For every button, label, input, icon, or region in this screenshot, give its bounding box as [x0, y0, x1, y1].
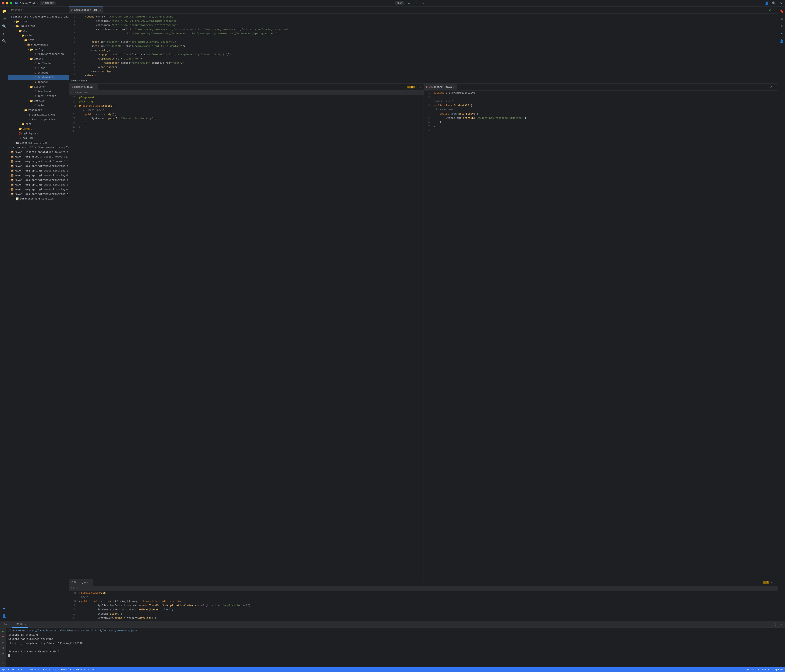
tree-item-spring-aspects[interactable]: ▸ 📦 Maven: org.springframework:spring-as… [8, 168, 69, 173]
xml-tab-close[interactable]: ✕ [100, 9, 101, 11]
right-icon-bookmark[interactable]: 🔖 [779, 8, 785, 14]
main-more-icon[interactable]: ⋮ [774, 581, 776, 584]
run-restart-btn[interactable]: ↺ [1, 640, 5, 644]
status-line-ending[interactable]: LF [757, 669, 759, 671]
run-config-badge[interactable]: Main [395, 2, 404, 5]
editor-more-btn[interactable]: ⋮ [771, 8, 776, 12]
tree-item-listener[interactable]: ▾ 📂 listener [8, 84, 69, 89]
panel-dropdown-icon[interactable]: ▾ [23, 8, 25, 11]
studentaop-more-icon[interactable]: ⋮ [774, 86, 776, 89]
right-icon-spring[interactable]: ● [779, 30, 785, 37]
tree-item-teacher[interactable]: ▸ ● Teacher [8, 80, 69, 84]
tree-item-testevent[interactable]: ▸ C TestEvent [8, 89, 69, 94]
tree-item-spring-core[interactable]: ▸ 📦 Maven: org.springframework:spring-co… [8, 182, 69, 187]
status-time[interactable]: 18:58 [747, 669, 754, 671]
tree-item-gitignore[interactable]: ▸ 🚫 .gitignore [8, 131, 69, 136]
tree-item-springtest-root[interactable]: ▾ ◈ SpringTest ~/Desktop/CS/JavaEE/2 Jav… [8, 14, 69, 19]
right-icon-endpoints[interactable]: 👤 [779, 38, 785, 44]
activity-git[interactable]: ⎇ [1, 16, 8, 22]
activity-run[interactable]: ▶ [1, 30, 8, 37]
tree-item-test[interactable]: ▸ 📂 test [8, 122, 69, 126]
tree-item-mainconfiguration[interactable]: ▸ C MainConfiguration [8, 52, 69, 56]
tree-item-spring-aop[interactable]: ▸ 📦 Maven: org.springframework:spring-ao… [8, 164, 69, 168]
account-icon[interactable]: 👤 [765, 1, 769, 6]
run-tab-run[interactable]: Run [2, 621, 10, 628]
run-pause-btn[interactable]: ⏸ [1, 646, 5, 650]
tree-item-src[interactable]: ▾ 📂 src [8, 28, 69, 33]
close-button[interactable] [2, 2, 5, 5]
run-filter-btn[interactable]: ≡ [1, 662, 5, 666]
studentaop-code-area[interactable]: 1 package org.example.entity; 2 1 usage … [424, 90, 778, 578]
student-tab-close[interactable]: ✕ [94, 86, 95, 89]
tree-item-spring-jcl[interactable]: ▸ 📦 Maven: org.springframework:spring-jc… [8, 192, 69, 196]
tree-item-entity[interactable]: ▾ 📂 entity [8, 56, 69, 61]
activity-plugins[interactable]: 🔌 [1, 38, 8, 44]
student-more-icon[interactable]: ⋮ [419, 86, 422, 89]
tree-item-main[interactable]: ▾ 📂 main [8, 33, 69, 38]
status-indent[interactable]: 4 spaces [772, 669, 783, 671]
more-button[interactable]: ⋯ [421, 1, 425, 6]
run-button[interactable]: ▶ [407, 1, 411, 6]
status-project[interactable]: SpringTest [2, 669, 16, 671]
status-encoding[interactable]: UTF-8 [762, 669, 769, 671]
xml-code-editor[interactable]: 2 <beans xmlns="http://www.springframewo… [69, 14, 778, 78]
debug-button[interactable]: ⚡ [413, 1, 418, 6]
settings-icon[interactable]: ⚙ [779, 1, 783, 6]
tree-item-resources[interactable]: ▾ 📂 resources [8, 108, 69, 112]
run-config-label: Main [397, 2, 402, 5]
tree-item-idea[interactable]: ▸ 📂 .idea [8, 19, 69, 24]
student-expand-icon[interactable]: ▾ [416, 86, 418, 89]
tree-item-config[interactable]: ▾ 📂 config [8, 47, 69, 52]
activity-profile[interactable]: 👤 [1, 613, 8, 619]
tree-item-main-service[interactable]: ▸ C Main [8, 103, 69, 108]
run-more-btn[interactable]: ⋮ [773, 622, 778, 626]
tree-item-org-example[interactable]: ▾ 📦 org.example [8, 42, 69, 47]
tree-item-target[interactable]: ▸ 📂 target [8, 126, 69, 131]
studentaop-tab-close[interactable]: ✕ [453, 86, 454, 89]
tab-studentaop-java[interactable]: C StudentAOP.java ✕ [424, 84, 457, 90]
activity-search[interactable]: 🔍 [1, 23, 8, 30]
right-icon-maven[interactable]: m [779, 23, 785, 30]
tree-item-spring-beans[interactable]: ▸ 📦 Maven: org.springframework:spring-be… [8, 173, 69, 178]
tree-item-studentaop[interactable]: ▸ C StudentAOP [8, 75, 69, 80]
search-icon[interactable]: 🔍 [771, 1, 776, 6]
tab-application-xml[interactable]: ⊞ application.xml ✕ [69, 6, 103, 14]
main-tab-close[interactable]: ✕ [89, 581, 91, 584]
activity-notifications[interactable]: ● [1, 605, 8, 612]
tree-item-artteacher[interactable]: ▸ C ArtTeacher [8, 61, 69, 66]
tree-item-testlistener[interactable]: ▸ C TestListener [8, 94, 69, 98]
branch-badge[interactable]: ⎇ master [40, 2, 56, 5]
student-code-area[interactable]: 23 @Component 24 @ToString 25 public cla… [69, 95, 424, 578]
main-code-area[interactable]: 15 ▶public class Main { new * 16 ▶public… [69, 591, 778, 621]
activity-project[interactable]: 📁 [1, 8, 8, 14]
tab-student-java[interactable]: C Student.java ✕ [69, 84, 98, 90]
tree-item-corretto[interactable]: ▸ ☕ < corretto-17 > /Users/eve/Library/J… [8, 145, 69, 150]
tree-item-application-xml[interactable]: ▸ ⊞ application.xml [8, 112, 69, 117]
run-main-close[interactable]: ✕ [25, 623, 26, 625]
tree-item-pom[interactable]: ▸ ⊞ pom.xml [8, 136, 69, 140]
tree-item-class[interactable]: ▸ C Class [8, 66, 69, 70]
run-settings-btn[interactable]: ⚙ [1, 652, 5, 656]
tree-item-student[interactable]: ▸ C Student [8, 70, 69, 75]
tree-item-lombok[interactable]: ▸ 📦 Maven: org.projectlombok:lombok:1.18… [8, 159, 69, 164]
main-expand-icon[interactable]: ▾ [771, 581, 772, 584]
tree-item-java[interactable]: ▾ 📂 java [8, 38, 69, 42]
tree-item-jakarta[interactable]: ▸ 📦 Maven: jakarta.annotation:jakarta.an… [8, 150, 69, 154]
right-icon-structure[interactable]: ⊞ [779, 16, 785, 22]
run-tab-main[interactable]: ▪ Main ✕ [12, 621, 28, 628]
minimize-button[interactable] [6, 2, 8, 5]
run-line-2: Student has finished studying [8, 637, 783, 641]
tree-item-scratches[interactable]: ▸ 📝 Scratches and Consoles [8, 196, 69, 201]
tab-main-java[interactable]: C Main.java ✕ [69, 579, 93, 586]
tree-item-external-libs[interactable]: ▾ 📚 External Libraries [8, 140, 69, 145]
run-stop-btn[interactable]: ■ [1, 635, 5, 639]
tree-item-springtest[interactable]: ▾ 📂 SpringTest [8, 24, 69, 28]
run-rerun-btn[interactable]: ▶ [1, 629, 5, 633]
maximize-button[interactable] [10, 2, 13, 5]
tree-item-test-properties[interactable]: ▸ ≡ test.properties [8, 117, 69, 122]
tree-item-spring-context[interactable]: ▸ 📦 Maven: org.springframework:spring-co… [8, 178, 69, 182]
tree-item-aspectj[interactable]: ▸ 📦 Maven: org.aspectj:aspectjweaver:1.9… [8, 154, 69, 159]
run-close-btn[interactable]: ✕ [779, 622, 783, 626]
tree-item-service[interactable]: ▾ 📂 service [8, 98, 69, 103]
tree-item-spring-expression[interactable]: ▸ 📦 Maven: org.springframework:spring-ex… [8, 187, 69, 192]
